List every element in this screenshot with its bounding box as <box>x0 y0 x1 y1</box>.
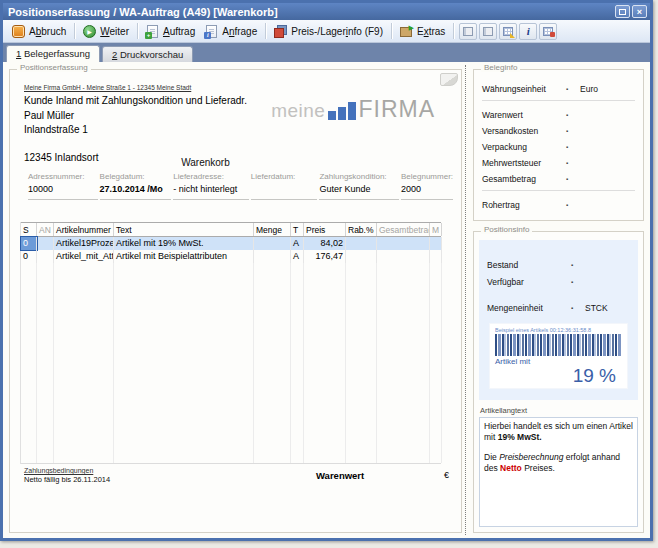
article-image-percent: 19 % <box>495 366 622 386</box>
company-logo: meine FIRMA <box>271 100 435 120</box>
info-button[interactable]: i <box>519 23 537 40</box>
square-bullet-icon: ▪ <box>571 305 585 311</box>
toolbar-separator <box>391 23 392 39</box>
inquiry-button[interactable]: i Anfrage <box>200 23 262 40</box>
sender-line: Meine Firma GmbH - Meine Straße 1 - 1234… <box>24 84 449 91</box>
langtext-paragraph: Hierbei handelt es sich um einen Artikel… <box>484 421 633 443</box>
square-bullet-icon: ▪ <box>566 176 580 182</box>
page-curl-icon[interactable] <box>440 73 458 86</box>
close-button[interactable]: × <box>632 5 647 18</box>
info-icon: i <box>527 25 530 37</box>
article-image-caption: Beispiel eines Artikels 00:12:36:31:58.8 <box>495 327 622 333</box>
close-icon: × <box>637 7 642 17</box>
next-button[interactable]: Weiter <box>78 23 134 40</box>
square-bullet-icon: ▪ <box>566 128 580 134</box>
document-footer: Zahlungsbedingungen Netto fällig bis 26.… <box>24 467 449 501</box>
panel-view-button-2[interactable] <box>479 23 497 40</box>
panel-icon <box>483 27 493 36</box>
separator-line <box>482 190 635 191</box>
col-header-menge[interactable]: Menge <box>254 223 291 236</box>
abort-button[interactable]: Abbruch <box>7 23 71 40</box>
next-icon <box>83 25 96 38</box>
field-zahlungskondition[interactable]: Zahlungskondition: Guter Kunde <box>319 172 399 200</box>
col-header-preis[interactable]: Preis <box>304 223 346 236</box>
field-lieferadresse[interactable]: Lieferadresse: - nicht hinterlegt <box>173 172 249 200</box>
col-header-an[interactable]: AN <box>37 223 54 236</box>
info-row-waehrungseinheit: Währungseinheit ▪ Euro <box>482 84 635 94</box>
header-fields: Adressnummer: 10000 Belegdatum: 27.10.20… <box>28 172 455 200</box>
tab-druckvorschau[interactable]: 2 Druckvorschau <box>102 46 193 62</box>
field-belegdatum[interactable]: Belegdatum: 27.10.2014 /Mo <box>100 172 172 200</box>
price-stock-info-button[interactable]: Preis-/Lagerinfo (F9) <box>269 23 388 40</box>
edit-grid-button[interactable] <box>499 23 517 40</box>
field-adressnummer[interactable]: Adressnummer: 10000 <box>28 172 98 200</box>
field-lieferdatum[interactable]: Lieferdatum: <box>251 172 318 200</box>
col-header-artikelnummer[interactable]: Artikelnummer <box>54 223 114 236</box>
square-bullet-icon: ▪ <box>566 86 580 92</box>
col-header-s[interactable]: S <box>21 223 37 236</box>
beleginfo-groupbox: Beleginfo Währungseinheit ▪ Euro Warenwe… <box>473 69 644 221</box>
logo-word-firma: FIRMA <box>358 100 435 120</box>
address-line: Inlandstraße 1 <box>24 123 449 138</box>
toolbar-separator <box>137 23 138 39</box>
toolbar-separator <box>74 23 75 39</box>
square-bullet-icon: ▪ <box>571 262 585 268</box>
tab-strip: 1 Belegerfassung 2 Druckvorschau <box>3 43 650 62</box>
col-header-t[interactable]: T <box>291 223 304 236</box>
extras-icon <box>400 25 413 38</box>
artikellangtext-box[interactable]: Hierbei handelt es sich um einen Artikel… <box>479 417 638 527</box>
col-header-text[interactable]: Text <box>114 223 254 236</box>
langtext-paragraph: Die Preisberechnung erfolgt anhand des N… <box>484 452 633 474</box>
currency-symbol: € <box>444 470 449 480</box>
artikellangtext-label: Artikellangtext <box>480 406 638 415</box>
title-bar[interactable]: Positionserfassung / WA-Auftrag (A49) [W… <box>3 3 650 20</box>
grid-add-icon <box>543 27 553 36</box>
content-area: Positionserfassung Meine Firma GmbH - Me… <box>3 62 650 538</box>
info-row-verfuegbar: Verfügbar ▪ <box>487 277 630 287</box>
separator-line <box>482 100 635 101</box>
restore-icon <box>619 9 626 15</box>
info-row-warenwert: Warenwert ▪ <box>482 110 635 120</box>
col-header-m[interactable]: M <box>430 223 442 236</box>
order-icon: + <box>147 25 158 38</box>
payment-terms-link[interactable]: Zahlungsbedingungen <box>24 467 449 474</box>
warenwert-label: Warenwert <box>316 470 364 481</box>
toolbar-separator <box>265 23 266 39</box>
positionserfassung-panel: Positionserfassung Meine Firma GmbH - Me… <box>6 65 465 535</box>
square-bullet-icon: ▪ <box>571 279 585 285</box>
restore-button[interactable] <box>615 5 630 18</box>
square-bullet-icon: ▪ <box>566 160 580 166</box>
positionserfassung-groupbox: Positionserfassung Meine Firma GmbH - Me… <box>9 69 462 533</box>
panel-view-button-1[interactable] <box>459 23 477 40</box>
app-window: Positionserfassung / WA-Auftrag (A49) [W… <box>0 0 653 541</box>
logo-word-meine: meine <box>271 102 325 119</box>
extras-button[interactable]: Extras <box>395 23 450 40</box>
info-row-verpackung: Verpackung ▪ <box>482 142 635 152</box>
positionsinfo-groupbox: Positionsinfo Bestand ▪ Verfügbar ▪ Meng… <box>473 231 644 533</box>
bar-chart-icon <box>328 102 356 120</box>
info-row-mehrwertsteuer: Mehrwertsteuer ▪ <box>482 158 635 168</box>
payment-terms-text: Netto fällig bis 26.11.2014 <box>24 475 449 484</box>
table-empty-area[interactable] <box>21 263 441 464</box>
table-row[interactable]: 0 Artikel_mit_Attribu Artikel mit Beispi… <box>21 250 441 263</box>
document-title: Warenkorb <box>10 157 401 168</box>
positions-table: S AN Artikelnummer Text Menge T Preis Ra… <box>20 222 441 464</box>
abort-icon <box>12 25 25 38</box>
grid-pencil-icon <box>503 27 513 36</box>
document-preview: Meine Firma GmbH - Meine Straße 1 - 1234… <box>10 70 461 532</box>
grid-add-button[interactable] <box>539 23 557 40</box>
tab-belegerfassung[interactable]: 1 Belegerfassung <box>6 45 100 62</box>
table-row-selected[interactable]: 0 Artikel19Prozent Artikel mit 19% MwSt.… <box>21 237 441 250</box>
toolbar-separator <box>453 23 454 39</box>
col-header-gesamtbetrag[interactable]: Gesamtbetrag <box>377 223 430 236</box>
positionsinfo-highlight-panel: Bestand ▪ Verfügbar ▪ Mengeneinheit ▪ ST… <box>479 240 638 400</box>
square-bullet-icon: ▪ <box>566 112 580 118</box>
order-button[interactable]: + Auftrag <box>141 23 200 40</box>
main-toolbar: Abbruch Weiter + Auftrag i Anfrage Preis… <box>3 20 650 43</box>
info-row-rohertrag: Rohertrag ▪ <box>482 200 635 210</box>
col-header-rab[interactable]: Rab.% <box>346 223 377 236</box>
field-belegnummer[interactable]: Belegnummer: 2000 <box>401 172 453 200</box>
square-bullet-icon: ▪ <box>566 144 580 150</box>
groupbox-label: Positionsinfo <box>481 225 532 234</box>
info-panel: Beleginfo Währungseinheit ▪ Euro Warenwe… <box>466 65 648 535</box>
